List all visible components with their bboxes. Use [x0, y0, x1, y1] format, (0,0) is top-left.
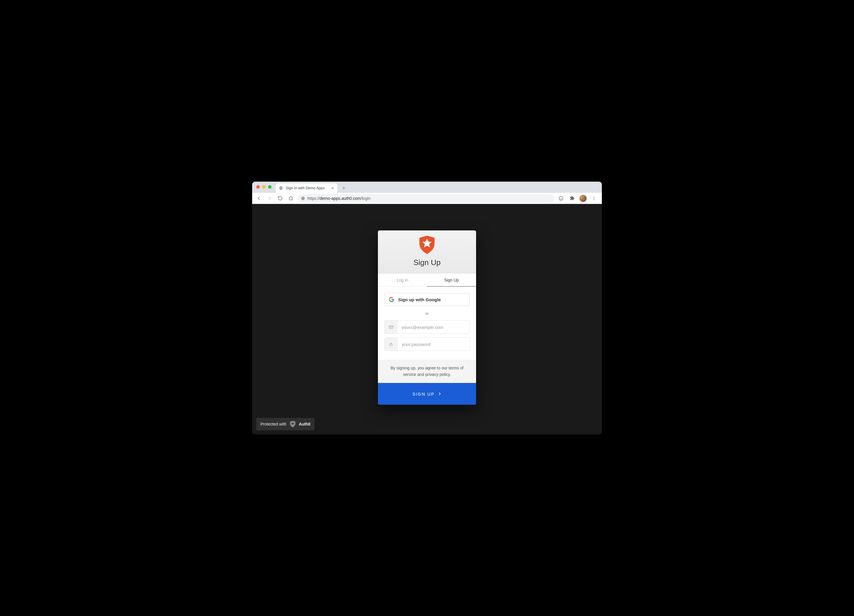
maximize-window-button[interactable] [268, 185, 271, 189]
titlebar: Sign In with Demo Apps [252, 181, 602, 193]
chevron-right-icon [438, 392, 442, 396]
browser-window: Sign In with Demo Apps https://dem [252, 181, 602, 435]
reload-button[interactable] [276, 195, 284, 202]
globe-icon [279, 186, 283, 191]
divider-text: or [384, 311, 470, 316]
info-icon[interactable] [557, 195, 565, 202]
svg-point-4 [594, 198, 594, 198]
auth-dialog: Sign Up Log In Sign Up Sign [378, 230, 476, 405]
auth0-badge-icon [290, 421, 296, 427]
dialog-title: Sign Up [381, 258, 473, 267]
dialog-body: Sign up with Google or [378, 287, 476, 360]
password-input[interactable] [398, 338, 469, 351]
google-icon [389, 297, 394, 302]
badge-prefix: Protected with [260, 422, 287, 427]
extensions-icon[interactable] [568, 195, 576, 202]
dialog-header: Sign Up [378, 230, 476, 274]
tab-title: Sign In with Demo Apps [286, 186, 328, 190]
browser-tab[interactable]: Sign In with Demo Apps [276, 183, 337, 193]
tab-login[interactable]: Log In [378, 274, 427, 286]
auth0-shield-icon [419, 236, 435, 254]
toolbar-right [557, 195, 599, 202]
forward-button[interactable] [266, 195, 273, 202]
terms-text: By signing up, you agree to our terms of… [378, 360, 476, 383]
back-button[interactable] [255, 195, 263, 202]
svg-rect-7 [390, 344, 392, 346]
signup-submit-button[interactable]: SIGN UP [378, 383, 476, 405]
badge-brand: Auth0 [299, 422, 311, 427]
new-tab-button[interactable] [340, 184, 348, 192]
menu-button[interactable] [590, 195, 598, 202]
google-signup-label: Sign up with Google [398, 297, 441, 302]
email-input[interactable] [398, 321, 469, 334]
site-info-icon[interactable] [301, 196, 305, 200]
address-bar[interactable]: https://demo-apps.auth0.com/login [297, 194, 554, 203]
url-text: https://demo-apps.auth0.com/login [307, 196, 371, 201]
auth-tabs: Log In Sign Up [378, 274, 476, 287]
svg-point-5 [594, 199, 594, 200]
tab-signup[interactable]: Sign Up [427, 274, 476, 286]
email-icon [385, 321, 398, 334]
close-tab-button[interactable] [330, 186, 334, 190]
protected-with-badge[interactable]: Protected with Auth0 [256, 418, 314, 430]
submit-label: SIGN UP [412, 392, 435, 396]
browser-toolbar: https://demo-apps.auth0.com/login [252, 193, 602, 204]
close-window-button[interactable] [256, 185, 260, 189]
profile-avatar[interactable] [580, 195, 587, 202]
google-signup-button[interactable]: Sign up with Google [384, 293, 470, 306]
svg-point-3 [594, 197, 594, 197]
password-field-wrapper [384, 337, 470, 351]
lock-icon [385, 338, 398, 351]
email-field-wrapper [384, 320, 470, 334]
minimize-window-button[interactable] [262, 185, 266, 189]
window-controls [256, 185, 271, 189]
home-button[interactable] [287, 195, 294, 202]
page-content: Sign Up Log In Sign Up Sign [252, 204, 602, 435]
